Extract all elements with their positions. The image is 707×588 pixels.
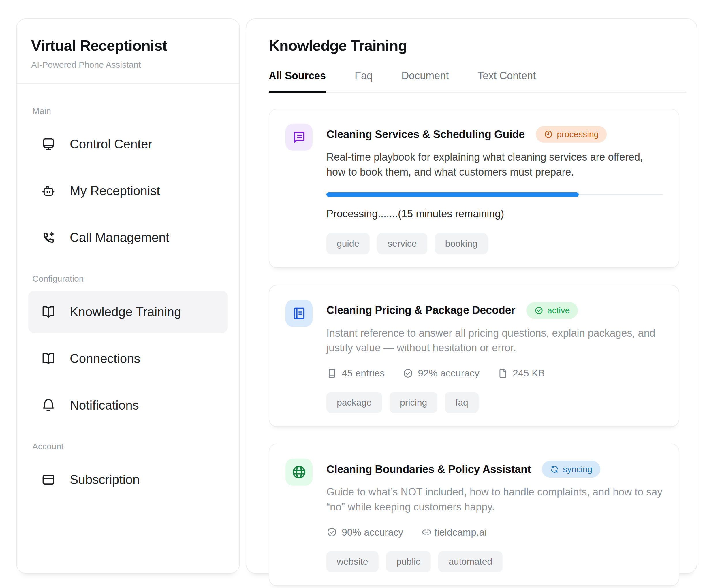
app-window: Virtual Receptionist AI-Powered Phone As… (0, 0, 707, 588)
tab-all-sources[interactable]: All Sources (269, 70, 326, 92)
card-title-row: Cleaning Boundaries & Policy Assistant s… (326, 461, 663, 478)
status-badge-label: active (547, 306, 570, 315)
sidebar-item-label: My Receptionist (70, 184, 160, 198)
tag: service (377, 233, 427, 254)
bell-icon (41, 398, 56, 413)
sidebar-item-subscription[interactable]: Subscription (28, 458, 228, 501)
card-title-row: Cleaning Pricing & Package Decoder activ… (326, 302, 663, 319)
tag: pricing (390, 392, 437, 413)
card-description: Guide to what’s NOT included, how to han… (326, 485, 663, 515)
check-circle-icon (403, 368, 413, 379)
accuracy-stat: 90% accuracy (326, 527, 403, 538)
sidebar-item-knowledge-training[interactable]: Knowledge Training (28, 290, 228, 333)
stat-label: 245 KB (513, 368, 545, 379)
stats-row: 45 entries 92% accuracy (326, 368, 663, 379)
clock-icon (544, 130, 553, 139)
accuracy-stat: 92% accuracy (403, 368, 479, 379)
status-badge-label: syncing (563, 464, 592, 474)
card-body: Cleaning Services & Scheduling Guide pro… (326, 124, 663, 254)
card-body: Cleaning Boundaries & Policy Assistant s… (326, 458, 663, 572)
monitor-icon (41, 137, 56, 151)
globe-icon (285, 458, 312, 486)
card-title-row: Cleaning Services & Scheduling Guide pro… (326, 126, 663, 143)
app-title: Virtual Receptionist (31, 37, 225, 54)
status-badge-processing: processing (536, 126, 607, 143)
credit-card-icon (41, 472, 56, 487)
check-circle-icon (534, 306, 543, 315)
tag: faq (445, 392, 478, 413)
stat-label: 45 entries (342, 368, 384, 379)
robot-icon (41, 183, 56, 198)
book-icon (326, 368, 337, 379)
card-body: Cleaning Pricing & Package Decoder activ… (326, 300, 663, 413)
app-subtitle: AI-Powered Phone Assistant (31, 60, 225, 70)
entries-stat: 45 entries (326, 368, 384, 379)
chat-bubble-icon (285, 124, 312, 151)
card-title: Cleaning Services & Scheduling Guide (326, 128, 525, 141)
tag-list: package pricing faq (326, 392, 663, 413)
tag-list: guide service booking (326, 233, 663, 254)
file-size-stat: 245 KB (497, 368, 545, 379)
status-badge-active: active (526, 302, 578, 319)
sidebar: Virtual Receptionist AI-Powered Phone As… (16, 19, 240, 574)
file-icon (497, 368, 508, 379)
tag: guide (326, 233, 370, 254)
tag-list: website public automated (326, 551, 663, 572)
sidebar-item-connections[interactable]: Connections (28, 337, 228, 380)
stat-label: 92% accuracy (418, 368, 479, 379)
tab-document[interactable]: Document (401, 70, 449, 92)
refresh-icon (550, 464, 559, 474)
check-circle-icon (326, 527, 337, 538)
sidebar-item-label: Call Management (70, 230, 169, 245)
card-description: Real-time playbook for explaining what c… (326, 149, 663, 180)
tag: booking (435, 233, 488, 254)
tag: package (326, 392, 382, 413)
knowledge-card-cleaning-boundaries[interactable]: Cleaning Boundaries & Policy Assistant s… (269, 444, 679, 586)
main-panel: Knowledge Training All Sources Faq Docum… (246, 19, 697, 574)
card-title: Cleaning Boundaries & Policy Assistant (326, 463, 531, 476)
book-open-icon (41, 304, 56, 319)
stat-label: fieldcamp.ai (435, 527, 487, 538)
progress-status-text: Processing.......(15 minutes remaining) (326, 208, 663, 220)
sidebar-nav: Main Control Center (17, 83, 239, 513)
progress-bar (326, 192, 663, 197)
sidebar-item-label: Notifications (70, 398, 139, 412)
status-badge-label: processing (557, 130, 599, 139)
sidebar-item-label: Subscription (70, 473, 140, 487)
sidebar-item-notifications[interactable]: Notifications (28, 384, 228, 426)
sidebar-item-label: Control Center (70, 137, 152, 151)
card-title: Cleaning Pricing & Package Decoder (326, 304, 515, 316)
nav-section-label-account: Account (32, 442, 224, 451)
sidebar-header: Virtual Receptionist AI-Powered Phone As… (17, 19, 239, 83)
tab-text-content[interactable]: Text Content (477, 70, 536, 92)
knowledge-card-cleaning-services[interactable]: Cleaning Services & Scheduling Guide pro… (269, 109, 679, 268)
main-header: Knowledge Training All Sources Faq Docum… (246, 19, 697, 93)
tag: website (326, 551, 379, 572)
tag: public (386, 551, 431, 572)
sidebar-item-label: Knowledge Training (70, 305, 181, 319)
knowledge-card-cleaning-pricing[interactable]: Cleaning Pricing & Package Decoder activ… (269, 285, 679, 427)
status-badge-syncing: syncing (542, 461, 600, 478)
sidebar-item-call-management[interactable]: Call Management (28, 216, 228, 259)
sidebar-item-label: Connections (70, 351, 140, 366)
sidebar-item-control-center[interactable]: Control Center (28, 123, 228, 166)
book-open-icon (41, 351, 56, 366)
tab-faq[interactable]: Faq (355, 70, 373, 92)
link-icon (421, 527, 432, 538)
tab-bar: All Sources Faq Document Text Content (269, 70, 686, 93)
phone-outgoing-icon (41, 230, 56, 245)
source-link[interactable]: fieldcamp.ai (421, 527, 487, 538)
nav-section-label-configuration: Configuration (32, 274, 224, 284)
notebook-icon (285, 300, 312, 327)
card-list: Cleaning Services & Scheduling Guide pro… (246, 93, 697, 586)
stats-row: 90% accuracy fieldcamp.ai (326, 527, 663, 538)
progress-fill (326, 192, 579, 197)
card-description: Instant reference to answer all pricing … (326, 326, 663, 356)
nav-section-label-main: Main (32, 106, 224, 116)
page-title: Knowledge Training (269, 37, 697, 54)
stat-label: 90% accuracy (342, 527, 403, 538)
tag: automated (438, 551, 503, 572)
sidebar-item-my-receptionist[interactable]: My Receptionist (28, 170, 228, 212)
